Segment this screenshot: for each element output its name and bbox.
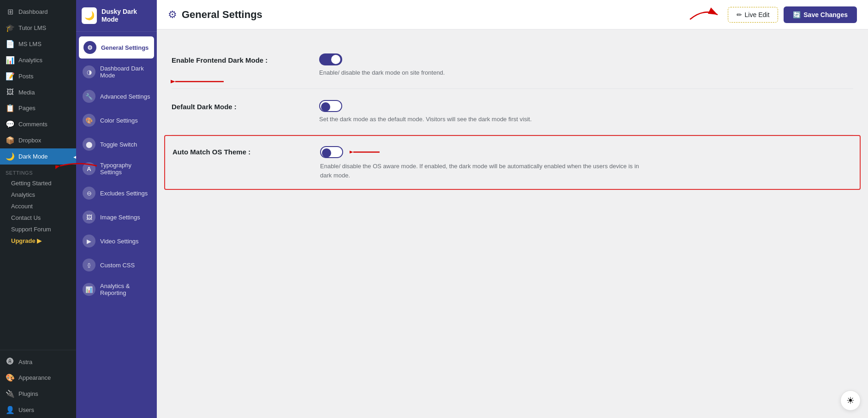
astra-icon: 🅐 bbox=[6, 358, 15, 366]
toggle-switch-label: Toggle Switch bbox=[100, 141, 137, 148]
video-settings-icon: ▶ bbox=[83, 235, 95, 247]
toggle-default-dark[interactable] bbox=[319, 100, 342, 112]
sidebar-item-pages[interactable]: 📋 Pages bbox=[0, 100, 76, 116]
arrow-to-toggle bbox=[350, 145, 382, 159]
setting-label-default-dark: Default Dark Mode : bbox=[172, 100, 301, 111]
plugins-icon: 🔌 bbox=[6, 389, 15, 398]
typography-settings-label: Typography Settings bbox=[100, 162, 150, 176]
plugin-menu-video-settings[interactable]: ▶ Video Settings bbox=[76, 229, 157, 253]
sidebar-item-comments[interactable]: 💬 Comments bbox=[0, 116, 76, 132]
dashboard-icon: ⊞ bbox=[6, 7, 15, 16]
users-icon: 👤 bbox=[6, 406, 15, 414]
sidebar-item-analytics[interactable]: 📊 Analytics bbox=[0, 52, 76, 68]
dashboard-dark-mode-label: Dashboard Dark Mode bbox=[100, 65, 150, 79]
setting-desc-auto-match: Enable/ disable the OS aware mode. If en… bbox=[320, 162, 643, 180]
toggle-enable-frontend[interactable] bbox=[319, 53, 342, 65]
plugin-header: 🌙 Dusky Dark Mode bbox=[76, 0, 157, 32]
plugin-menu-dashboard-dark-mode[interactable]: ◑ Dashboard Dark Mode bbox=[76, 59, 157, 84]
toggle-knob-2 bbox=[321, 102, 330, 112]
analytics-icon: 📊 bbox=[6, 56, 15, 65]
page-title-area: ⚙ General Settings bbox=[168, 9, 262, 21]
main-content: ⚙ General Settings ✏ Live Edit 🔄 Save Ch… bbox=[157, 0, 868, 418]
dropbox-icon: 📦 bbox=[6, 136, 15, 145]
excludes-settings-icon: ⊖ bbox=[83, 187, 95, 200]
setting-row-default-dark: Default Dark Mode : Set the dark mode as… bbox=[172, 89, 853, 135]
arrow-to-save bbox=[685, 6, 722, 24]
sidebar-item-plugins[interactable]: 🔌 Plugins bbox=[0, 386, 76, 402]
sidebar-item-dashboard[interactable]: ⊞ Dashboard bbox=[0, 4, 76, 20]
image-settings-icon: 🖼 bbox=[83, 211, 95, 224]
settings-body: Enable Frontend Dark Mode : Enable/ disa… bbox=[157, 29, 868, 418]
settings-section-label: Settings bbox=[0, 165, 76, 177]
sidebar-sub-contact-us[interactable]: Contact Us bbox=[0, 212, 76, 224]
main-header: ⚙ General Settings ✏ Live Edit 🔄 Save Ch… bbox=[157, 0, 868, 29]
plugin-menu-custom-css[interactable]: {} Custom CSS bbox=[76, 253, 157, 277]
sidebar-item-media[interactable]: 🖼 Media bbox=[0, 84, 76, 100]
plugin-title: Dusky Dark Mode bbox=[101, 8, 151, 24]
posts-icon: 📝 bbox=[6, 72, 15, 81]
wp-admin-sidebar: ⊞ Dashboard 🎓 Tutor LMS 📄 MS LMS 📊 Analy… bbox=[0, 0, 76, 418]
general-settings-icon: ⚙ bbox=[83, 41, 96, 54]
sidebar-item-dropbox[interactable]: 📦 Dropbox bbox=[0, 132, 76, 148]
analytics-reporting-label: Analytics & Reporting bbox=[100, 283, 150, 296]
sidebar-item-tutor-lms[interactable]: 🎓 Tutor LMS bbox=[0, 20, 76, 36]
toggle-knob-3 bbox=[322, 148, 331, 158]
plugin-menu-general-settings[interactable]: ⚙ General Settings bbox=[79, 36, 154, 59]
sun-icon: ☀ bbox=[846, 395, 855, 406]
advanced-settings-icon: 🔧 bbox=[83, 90, 95, 103]
plugin-menu-typography-settings[interactable]: A Typography Settings bbox=[76, 156, 157, 181]
custom-css-icon: {} bbox=[83, 259, 95, 271]
sidebar-sub-upgrade[interactable]: Upgrade ▶ bbox=[0, 235, 76, 247]
setting-desc-frontend: Enable/ disable the dark mode on site fr… bbox=[319, 68, 642, 77]
dark-mode-icon: 🌙 bbox=[6, 152, 15, 161]
page-title: General Settings bbox=[182, 9, 262, 21]
sidebar-sub-getting-started[interactable]: Getting Started bbox=[0, 177, 76, 189]
plugin-menu-analytics-reporting[interactable]: 📊 Analytics & Reporting bbox=[76, 277, 157, 302]
analytics-reporting-icon: 📊 bbox=[83, 283, 95, 296]
setting-row-enable-frontend: Enable Frontend Dark Mode : Enable/ disa… bbox=[172, 42, 853, 89]
color-settings-icon: 🎨 bbox=[83, 114, 95, 127]
plugin-menu-advanced-settings[interactable]: 🔧 Advanced Settings bbox=[76, 84, 157, 108]
plugin-menu-image-settings[interactable]: 🖼 Image Settings bbox=[76, 205, 157, 229]
plugin-logo-icon: 🌙 bbox=[84, 11, 95, 21]
sidebar-sub-support-forum[interactable]: Support Forum bbox=[0, 224, 76, 235]
image-settings-label: Image Settings bbox=[100, 214, 140, 221]
save-changes-button[interactable]: 🔄 Save Changes bbox=[784, 6, 857, 23]
plugin-menu-toggle-switch[interactable]: ⬤ Toggle Switch bbox=[76, 132, 157, 156]
live-edit-icon: ✏ bbox=[737, 11, 742, 18]
setting-control-default-dark: Set the dark mode as the default mode. V… bbox=[319, 100, 853, 124]
toggle-auto-match[interactable] bbox=[320, 146, 343, 158]
media-icon: 🖼 bbox=[6, 88, 15, 96]
page-gear-icon: ⚙ bbox=[168, 9, 177, 21]
color-settings-label: Color Settings bbox=[100, 117, 138, 124]
comments-icon: 💬 bbox=[6, 120, 15, 129]
sidebar-sub-analytics[interactable]: Analytics bbox=[0, 189, 76, 200]
sun-icon-button[interactable]: ☀ bbox=[840, 390, 861, 411]
setting-row-auto-match: Auto Match OS Theme : bbox=[164, 135, 861, 190]
ms-lms-icon: 📄 bbox=[6, 40, 15, 48]
sidebar-item-astra[interactable]: 🅐 Astra bbox=[0, 354, 76, 370]
video-settings-label: Video Settings bbox=[100, 238, 139, 245]
general-settings-label: General Settings bbox=[101, 44, 149, 51]
typography-settings-icon: A bbox=[83, 162, 95, 175]
plugin-sidebar: 🌙 Dusky Dark Mode ⚙ General Settings ◑ D… bbox=[76, 0, 157, 418]
plugin-menu-color-settings[interactable]: 🎨 Color Settings bbox=[76, 108, 157, 132]
sidebar-item-appearance[interactable]: 🎨 Appearance bbox=[0, 370, 76, 386]
excludes-settings-label: Excludes Settings bbox=[100, 190, 148, 197]
plugin-menu-excludes-settings[interactable]: ⊖ Excludes Settings bbox=[76, 181, 157, 205]
plugin-logo: 🌙 bbox=[82, 7, 97, 24]
sidebar-label-dashboard: Dashboard bbox=[18, 8, 48, 15]
sidebar-item-posts[interactable]: 📝 Posts bbox=[0, 68, 76, 84]
sidebar-item-users[interactable]: 👤 Users bbox=[0, 402, 76, 418]
sidebar-sub-account[interactable]: Account bbox=[0, 200, 76, 212]
sidebar-item-dark-mode[interactable]: 🌙 Dark Mode ◀ bbox=[0, 148, 76, 165]
toggle-switch-icon: ⬤ bbox=[83, 138, 95, 151]
setting-desc-default-dark: Set the dark mode as the default mode. V… bbox=[319, 115, 642, 124]
sidebar-item-ms-lms[interactable]: 📄 MS LMS bbox=[0, 36, 76, 52]
custom-css-label: Custom CSS bbox=[100, 262, 135, 269]
setting-label-auto-match: Auto Match OS Theme : bbox=[172, 145, 302, 156]
setting-label-frontend: Enable Frontend Dark Mode : bbox=[172, 53, 301, 64]
dashboard-dark-mode-icon: ◑ bbox=[83, 65, 95, 78]
advanced-settings-label: Advanced Settings bbox=[100, 93, 150, 100]
live-edit-button[interactable]: ✏ Live Edit bbox=[728, 7, 779, 23]
